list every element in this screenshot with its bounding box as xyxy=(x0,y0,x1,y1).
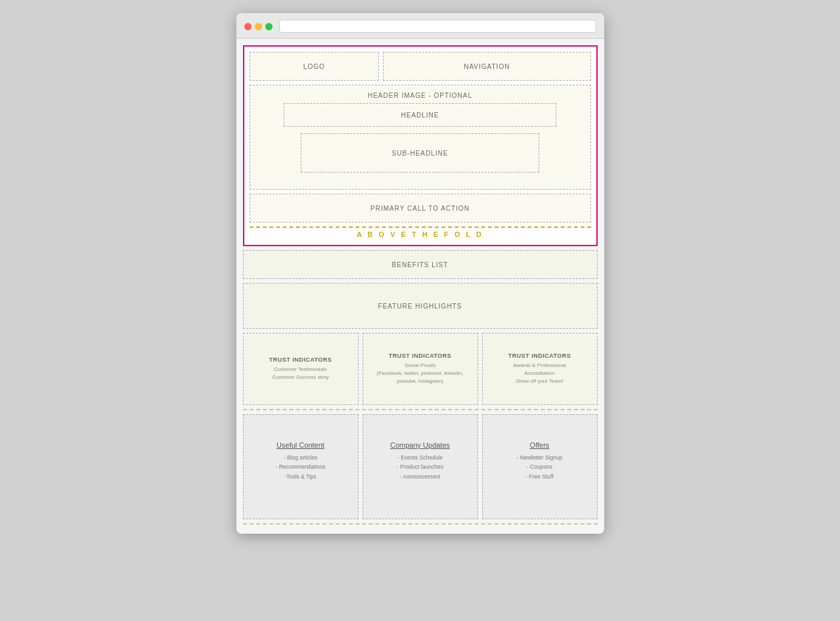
bottom-sub-line-2-0: - Events Schedule xyxy=(397,454,443,461)
browser-dots xyxy=(244,23,273,30)
trust-sub-line-1-1: Customer Success story xyxy=(272,374,329,380)
trust-box-1: TRUST INDICATORS Customer Testimonials C… xyxy=(243,333,359,405)
bottom-sub-3: - Newletter Signup - Coupons - Free Stuf… xyxy=(517,453,563,481)
trust-title-2: TRUST INDICATORS xyxy=(389,353,452,359)
logo-label: LOGO xyxy=(303,63,325,70)
trust-sub-line-2-1: (Facebook, twitter, pinterest, linkedin, xyxy=(376,370,463,376)
nav-box: NAVIGATION xyxy=(383,52,590,81)
header-row: LOGO NAVIGATION xyxy=(250,52,591,81)
bottom-sub-line-3-2: - Free Stuff xyxy=(525,473,553,480)
below-fold: BENEFITS LIST FEATURE HIGHLIGHTS TRUST I… xyxy=(243,250,598,525)
trust-sub-3: Awards & Professional Accreditation Show… xyxy=(513,362,565,385)
bottom-sub-line-3-0: - Newletter Signup xyxy=(517,454,563,461)
bottom-title-1: Useful Content xyxy=(276,441,324,449)
features-label: FEATURE HIGHLIGHTS xyxy=(378,303,462,310)
trust-box-3: TRUST INDICATORS Awards & Professional A… xyxy=(482,333,598,405)
benefits-box: BENEFITS LIST xyxy=(243,250,598,279)
bottom-sub-1: - Blog articles - Recommendations -Tools… xyxy=(275,453,325,481)
dot-green[interactable] xyxy=(265,23,273,30)
dot-yellow[interactable] xyxy=(255,23,262,30)
trust-sub-line-3-0: Awards & Professional xyxy=(513,362,565,368)
trust-title-3: TRUST INDICATORS xyxy=(508,353,571,359)
trust-sub-2: Social Proofs (Facebook, twitter, pinter… xyxy=(376,362,463,385)
headline-label: HEADLINE xyxy=(401,112,439,119)
subheadline-box: SUB-HEADLINE xyxy=(301,133,539,173)
trust-sub-line-3-2: Show off your Team! xyxy=(516,378,564,384)
logo-box: LOGO xyxy=(250,52,380,81)
bottom-row: Useful Content - Blog articles - Recomme… xyxy=(243,414,598,519)
bottom-sub-line-2-1: - Product launches xyxy=(397,463,443,470)
header-image-box: HEADER IMAGE - optional HEADLINE SUB-HEA… xyxy=(250,85,591,190)
browser-window: LOGO NAVIGATION HEADER IMAGE - optional … xyxy=(236,13,604,534)
bottom-box-2: Company Updates - Events Schedule - Prod… xyxy=(363,414,478,519)
trust-sub-line-3-1: Accreditation xyxy=(524,370,554,376)
trust-sub-line-2-2: youtube, instagram) xyxy=(397,378,443,384)
benefits-label: BENEFITS LIST xyxy=(392,261,449,268)
trust-box-2: TRUST INDICATORS Social Proofs (Facebook… xyxy=(363,333,478,405)
cta-box[interactable]: PRIMARY CALL TO ACTION xyxy=(250,194,591,223)
headline-box: HEADLINE xyxy=(284,103,556,127)
bottom-sub-line-1-2: -Tools & Tips xyxy=(284,473,317,480)
subheadline-label: SUB-HEADLINE xyxy=(392,150,449,157)
above-fold-label: A B O V E T H E F O L D xyxy=(250,226,591,240)
bottom-title-2: Company Updates xyxy=(390,441,450,449)
nav-label: NAVIGATION xyxy=(464,63,510,70)
features-box: FEATURE HIGHLIGHTS xyxy=(243,283,598,329)
dot-red[interactable] xyxy=(244,23,252,30)
section-divider xyxy=(243,409,598,410)
bottom-sub-2: - Events Schedule - Product launches - A… xyxy=(397,453,443,481)
above-fold-section: LOGO NAVIGATION HEADER IMAGE - optional … xyxy=(243,45,598,246)
header-image-label: HEADER IMAGE - optional xyxy=(368,92,472,99)
bottom-sub-line-2-2: - Announcement xyxy=(400,473,441,480)
page-content: LOGO NAVIGATION HEADER IMAGE - optional … xyxy=(236,39,604,534)
cta-label: PRIMARY CALL TO ACTION xyxy=(370,205,470,212)
bottom-title-3: Offers xyxy=(530,441,550,449)
bottom-sub-line-1-1: - Recommendations xyxy=(275,463,325,470)
address-bar[interactable] xyxy=(279,20,596,33)
bottom-box-3: Offers - Newletter Signup - Coupons - Fr… xyxy=(482,414,598,519)
bottom-sub-line-3-1: - Coupons xyxy=(527,463,552,470)
trust-sub-line-2-0: Social Proofs xyxy=(405,362,435,368)
trust-sub-line-1-0: Customer Testimonials xyxy=(274,366,327,372)
trust-sub-1: Customer Testimonials Customer Success s… xyxy=(272,366,329,381)
bottom-box-1: Useful Content - Blog articles - Recomme… xyxy=(243,414,359,519)
bottom-divider xyxy=(243,523,598,525)
browser-chrome xyxy=(236,13,604,39)
trust-title-1: TRUST INDICATORS xyxy=(269,356,332,363)
bottom-sub-line-1-0: - Blog articles xyxy=(284,454,318,461)
trust-indicators-row: TRUST INDICATORS Customer Testimonials C… xyxy=(243,333,598,405)
